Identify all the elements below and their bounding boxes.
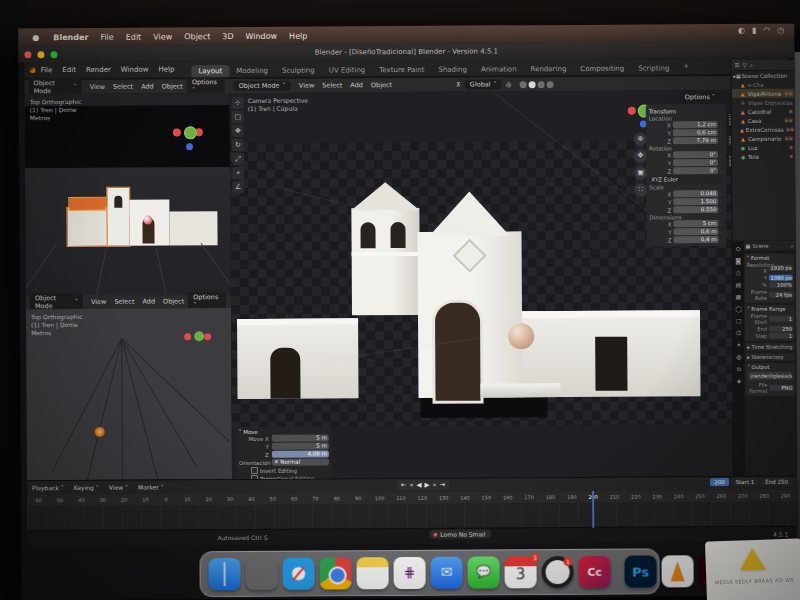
keyframe-dot-icon[interactable]: ·	[718, 199, 723, 205]
viewport-menu-view[interactable]: View	[90, 83, 105, 91]
timeline-menu-playback[interactable]: Playback ˅	[32, 484, 64, 491]
properties-section-time-stretching[interactable]: ▸ Time Stretching	[745, 343, 795, 351]
light-object[interactable]	[95, 427, 105, 437]
topbar-menu-render[interactable]: Render	[86, 66, 111, 74]
keyframe-dot-icon[interactable]: ·	[718, 191, 723, 197]
timeline-tick-50[interactable]: 50	[262, 496, 283, 502]
workspace-tab-texture-paint[interactable]: Texture Paint	[372, 64, 431, 76]
timeline-tick-210[interactable]: 210	[604, 494, 625, 500]
add-workspace-button[interactable]: +	[676, 60, 696, 72]
transform-tool-icon[interactable]: ⌖	[232, 167, 244, 179]
timeline-tick--20[interactable]: -20	[113, 497, 134, 503]
timeline-tick-240[interactable]: 240	[668, 493, 689, 499]
next-keyframe-icon[interactable]: »	[432, 481, 436, 489]
workspace-tab-animation[interactable]: Animation	[474, 63, 524, 75]
play-reverse-icon[interactable]: ◀	[416, 481, 421, 489]
church-steps[interactable]	[480, 383, 560, 397]
rotation-value-field[interactable]: 0°	[673, 159, 718, 166]
outliner-item-tela[interactable]: ◉Tela◉	[732, 152, 795, 161]
viewport-menu-view[interactable]: View	[91, 298, 106, 306]
keyframe-dot-icon[interactable]: ·	[718, 160, 723, 166]
viewport-menu-add[interactable]: Add	[142, 298, 155, 306]
wireframe-shading-icon[interactable]	[519, 81, 526, 88]
macos-menu-3d[interactable]: 3D	[222, 32, 233, 41]
dock-app-notes[interactable]	[356, 557, 388, 589]
dock-app-messages[interactable]: 💬	[467, 556, 499, 588]
visibility-icons[interactable]: ▣▣	[784, 118, 793, 123]
left-wing-door[interactable]	[270, 348, 300, 399]
scene-tab-icon[interactable]: ▦	[734, 292, 743, 301]
jump-end-icon[interactable]: ⇥	[439, 481, 445, 489]
location-value-field[interactable]: 0,6 cm	[673, 129, 718, 136]
dimensions-value-field[interactable]: 0,6 m	[673, 228, 718, 235]
battery-icon[interactable]: ▮	[752, 26, 756, 35]
cursor-tool-icon[interactable]: ⊹	[232, 97, 244, 109]
viewport-menu-add[interactable]: Add	[350, 81, 363, 89]
material-shading-icon[interactable]	[537, 81, 544, 88]
rotation-value-field[interactable]: 0°	[673, 151, 718, 158]
timeline-tick-60[interactable]: 60	[283, 496, 304, 502]
keyframe-dot-icon[interactable]: ·	[718, 229, 723, 235]
viewport-menu-view[interactable]: View	[299, 82, 314, 90]
timeline-tick-290[interactable]: 290	[775, 493, 796, 499]
navigation-gizmo[interactable]	[173, 117, 203, 147]
transform-panel-title[interactable]: Transform	[649, 108, 723, 114]
visibility-icons[interactable]: ◉	[789, 145, 793, 150]
timeline-tick-180[interactable]: 180	[540, 494, 561, 500]
viewport-menu-object[interactable]: Object	[162, 82, 183, 90]
display-icon[interactable]: ◐	[738, 26, 745, 35]
dock-app-launchpad[interactable]	[245, 558, 277, 590]
viewport-menu-object[interactable]: Object	[163, 297, 184, 305]
particles-tab-icon[interactable]: ✶	[734, 340, 743, 349]
redo-checkbox-invert-editing[interactable]: Invert Editing	[251, 466, 329, 473]
material-tab-icon[interactable]: ◈	[734, 376, 743, 385]
options-button[interactable]: Options ˅	[680, 92, 720, 102]
keyframe-dot-icon[interactable]: ·	[718, 168, 723, 174]
workspace-tab-shading[interactable]: Shading	[431, 64, 474, 76]
search-icon[interactable]: ⌕	[791, 242, 794, 249]
workspace-tab-uv-editing[interactable]: UV Editing	[322, 64, 373, 76]
move-tool-icon[interactable]: ✥	[232, 125, 244, 137]
frame-start-field[interactable]: Start 1	[732, 478, 759, 486]
orange-roof-mini[interactable]	[69, 198, 105, 210]
outliner-item-viga-antena[interactable]: ▲Viga/Antena▣▣	[732, 89, 795, 98]
rotation-mode-dropdown[interactable]: XYZ Euler	[649, 175, 723, 183]
dock-app-calendar[interactable]: 33	[504, 556, 536, 588]
navigation-gizmo[interactable]	[184, 322, 214, 352]
outliner-item-extracornisas[interactable]: ▲ExtraCornisas▣▣	[732, 125, 795, 134]
frame-end-field[interactable]: End 250	[761, 478, 792, 486]
timeline-tick-70[interactable]: 70	[305, 496, 326, 502]
timeline-tick-250[interactable]: 250	[689, 493, 710, 499]
outliner-item-scene-collection[interactable]: ▸▦Scene Collection	[732, 71, 795, 80]
bell-tower[interactable]	[351, 182, 420, 315]
timeline-tick-160[interactable]: 160	[497, 494, 518, 500]
wifi-icon[interactable]: ◠	[763, 26, 770, 35]
viewport-menu-object[interactable]: Object	[371, 81, 392, 89]
viewport-menu-select[interactable]: Select	[114, 298, 134, 306]
timeline-tick-270[interactable]: 270	[732, 493, 753, 499]
keyframe-dot-icon[interactable]: ·	[718, 207, 723, 213]
property-value-field[interactable]: PNG	[769, 385, 793, 391]
outliner-item-luz[interactable]: ◉Luz◉	[732, 143, 795, 152]
timeline-tick--50[interactable]: -50	[48, 497, 69, 503]
keyframe-dot-icon[interactable]: ·	[718, 122, 723, 128]
apple-menu-icon[interactable]: ●	[32, 33, 39, 42]
keyframe-dot-icon[interactable]: ·	[718, 130, 723, 136]
macos-menu-object[interactable]: Object	[184, 32, 210, 41]
proportional-editing-icon[interactable]: ◎	[506, 80, 512, 88]
prev-keyframe-icon[interactable]: «	[409, 481, 413, 489]
visibility-icons[interactable]: ▣▣	[784, 136, 793, 141]
workspace-tab-modeling[interactable]: Modeling	[229, 65, 275, 77]
keyframe-dot-icon[interactable]: ·	[718, 152, 723, 158]
visibility-icons[interactable]: ▣▣	[784, 91, 793, 96]
redo-value-field[interactable]: 5 m	[272, 434, 329, 441]
visibility-icons[interactable]: ▣	[788, 109, 792, 114]
section-title[interactable]: ˅ Format	[747, 255, 793, 261]
section-title[interactable]: ˅ Output	[747, 364, 793, 370]
world-tab-icon[interactable]: ◯	[734, 304, 743, 313]
visibility-icons[interactable]: ◉	[789, 154, 793, 159]
tool-tab-icon[interactable]: ⛭	[734, 244, 743, 253]
left-wing-mini[interactable]	[67, 208, 107, 246]
topbar-menu-edit[interactable]: Edit	[62, 66, 76, 74]
property-value-field[interactable]: 1920 px	[769, 265, 793, 271]
